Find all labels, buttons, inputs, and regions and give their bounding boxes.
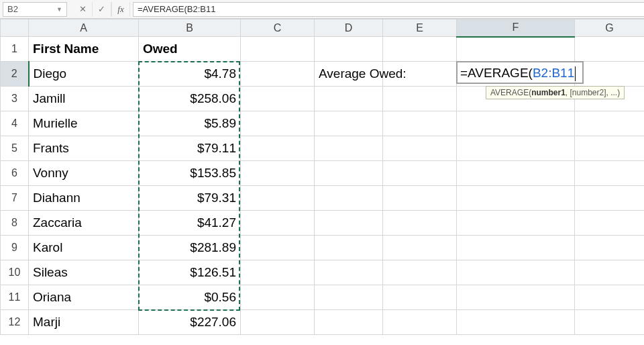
cell-B3[interactable]: $258.06 (139, 87, 241, 111)
row-header-3[interactable]: 3 (1, 87, 29, 111)
cell-D7[interactable] (315, 186, 383, 211)
cell-D4[interactable] (315, 111, 383, 136)
cell-D9[interactable] (315, 236, 383, 260)
cell-C8[interactable] (241, 211, 315, 236)
cell-G1[interactable] (575, 37, 645, 62)
cell-C2[interactable] (241, 62, 315, 87)
cell-C9[interactable] (241, 236, 315, 260)
row-header-2[interactable]: 2 (1, 62, 29, 87)
cell-G2[interactable] (575, 62, 645, 87)
col-header-D[interactable]: D (315, 19, 383, 37)
cell-B9[interactable]: $281.89 (139, 236, 241, 260)
cell-C3[interactable] (241, 87, 315, 111)
cell-A3[interactable]: Jamill (29, 87, 139, 111)
cell-F11[interactable] (457, 285, 575, 310)
cell-C6[interactable] (241, 161, 315, 186)
cell-E8[interactable] (383, 211, 457, 236)
cell-F7[interactable] (457, 186, 575, 211)
row-header-7[interactable]: 7 (1, 186, 29, 211)
col-header-C[interactable]: C (241, 19, 315, 37)
cell-E6[interactable] (383, 161, 457, 186)
formula-input[interactable]: =AVERAGE(B2:B11 (133, 2, 644, 17)
cell-G10[interactable] (575, 260, 645, 285)
row-header-9[interactable]: 9 (1, 236, 29, 260)
cell-B7[interactable]: $79.31 (139, 186, 241, 211)
cell-C4[interactable] (241, 111, 315, 136)
col-header-B[interactable]: B (139, 19, 241, 37)
cell-E3[interactable] (383, 87, 457, 111)
cancel-icon[interactable]: ✕ (74, 2, 93, 17)
cell-D1[interactable] (315, 37, 383, 62)
cell-A11[interactable]: Oriana (29, 285, 139, 310)
cell-D8[interactable] (315, 211, 383, 236)
row-header-6[interactable]: 6 (1, 161, 29, 186)
cell-G6[interactable] (575, 161, 645, 186)
cell-E10[interactable] (383, 260, 457, 285)
row-header-5[interactable]: 5 (1, 136, 29, 161)
cell-G12[interactable] (575, 310, 645, 335)
row-header-4[interactable]: 4 (1, 111, 29, 136)
cell-E4[interactable] (383, 111, 457, 136)
row-header-8[interactable]: 8 (1, 211, 29, 236)
cell-D11[interactable] (315, 285, 383, 310)
cell-G5[interactable] (575, 136, 645, 161)
cell-D5[interactable] (315, 136, 383, 161)
cell-D6[interactable] (315, 161, 383, 186)
cell-D3[interactable] (315, 87, 383, 111)
cell-A9[interactable]: Karol (29, 236, 139, 260)
cell-G8[interactable] (575, 211, 645, 236)
cell-A6[interactable]: Vonny (29, 161, 139, 186)
cell-F12[interactable] (457, 310, 575, 335)
select-all-corner[interactable] (1, 19, 29, 37)
confirm-icon[interactable]: ✓ (93, 2, 111, 17)
cell-E9[interactable] (383, 236, 457, 260)
cell-C12[interactable] (241, 310, 315, 335)
cell-B2[interactable]: $4.78 (139, 62, 241, 87)
col-header-G[interactable]: G (575, 19, 645, 37)
col-header-F[interactable]: F (457, 19, 575, 37)
cell-A5[interactable]: Frants (29, 136, 139, 161)
cell-editor[interactable]: =AVERAGE(B2:B11 (456, 61, 584, 84)
cell-B1[interactable]: Owed (139, 37, 241, 62)
cell-A8[interactable]: Zaccaria (29, 211, 139, 236)
cell-F4[interactable] (457, 111, 575, 136)
cell-G7[interactable] (575, 186, 645, 211)
cell-F10[interactable] (457, 260, 575, 285)
cell-C10[interactable] (241, 260, 315, 285)
spreadsheet-grid[interactable]: A B C D E F G 1 First Name Owed (0, 19, 644, 335)
cell-C1[interactable] (241, 37, 315, 62)
cell-F6[interactable] (457, 161, 575, 186)
fx-icon[interactable]: fx (111, 2, 130, 17)
cell-A2[interactable]: Diego (29, 62, 139, 87)
cell-C11[interactable] (241, 285, 315, 310)
cell-B6[interactable]: $153.85 (139, 161, 241, 186)
cell-A1[interactable]: First Name (29, 37, 139, 62)
cell-E1[interactable] (383, 37, 457, 62)
cell-D12[interactable] (315, 310, 383, 335)
cell-G9[interactable] (575, 236, 645, 260)
cell-F9[interactable] (457, 236, 575, 260)
cell-B10[interactable]: $126.51 (139, 260, 241, 285)
cell-E11[interactable] (383, 285, 457, 310)
cell-F1[interactable] (457, 37, 575, 62)
cell-B12[interactable]: $227.06 (139, 310, 241, 335)
cell-G4[interactable] (575, 111, 645, 136)
cell-G11[interactable] (575, 285, 645, 310)
cell-C7[interactable] (241, 186, 315, 211)
row-header-11[interactable]: 11 (1, 285, 29, 310)
name-box[interactable]: B2 ▼ (3, 2, 67, 17)
chevron-down-icon[interactable]: ▼ (56, 6, 62, 13)
cell-B11[interactable]: $0.56 (139, 285, 241, 310)
cell-F5[interactable] (457, 136, 575, 161)
cell-B5[interactable]: $79.11 (139, 136, 241, 161)
col-header-A[interactable]: A (29, 19, 139, 37)
cell-E12[interactable] (383, 310, 457, 335)
cell-E5[interactable] (383, 136, 457, 161)
cell-D10[interactable] (315, 260, 383, 285)
cell-F8[interactable] (457, 211, 575, 236)
cell-A12[interactable]: Marji (29, 310, 139, 335)
col-header-E[interactable]: E (383, 19, 457, 37)
cell-D2[interactable]: Average Owed: (315, 62, 383, 87)
row-header-12[interactable]: 12 (1, 310, 29, 335)
cell-B4[interactable]: $5.89 (139, 111, 241, 136)
